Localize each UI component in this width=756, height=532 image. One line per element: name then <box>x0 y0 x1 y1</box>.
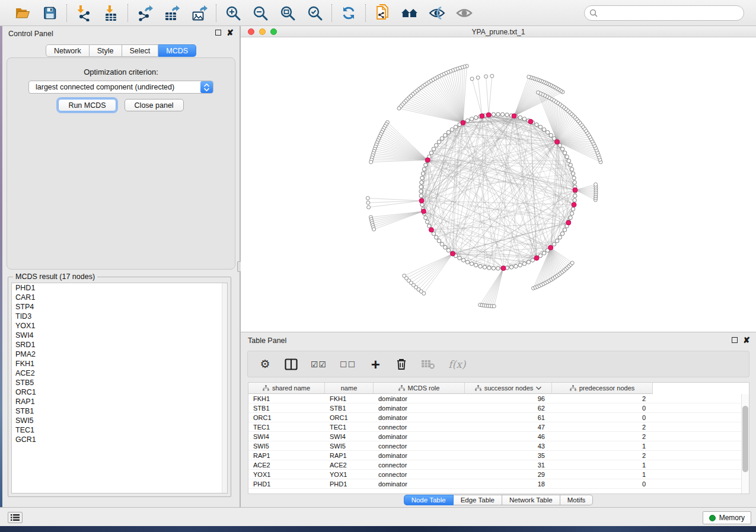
network-node[interactable] <box>546 130 549 134</box>
mcds-result-item[interactable]: PMA2 <box>12 350 227 359</box>
float-table-panel-icon[interactable] <box>732 337 738 343</box>
network-node[interactable] <box>563 151 566 155</box>
network-node[interactable] <box>432 232 435 235</box>
mcds-hub-node[interactable] <box>512 114 516 118</box>
network-node[interactable] <box>573 198 576 202</box>
network-node[interactable] <box>470 262 473 265</box>
network-node[interactable] <box>573 181 576 184</box>
select-all-columns-icon[interactable]: ☑☑ <box>311 358 327 370</box>
table-settings-gear-icon[interactable]: ⚙ <box>259 358 272 370</box>
network-leaf-node[interactable] <box>372 227 376 231</box>
table-row[interactable]: RAP1RAP1dominator352 <box>248 451 749 460</box>
network-node[interactable] <box>542 128 546 132</box>
network-node[interactable] <box>470 117 473 121</box>
create-column-icon[interactable]: + <box>369 358 382 370</box>
network-node[interactable] <box>435 235 438 239</box>
network-leaf-node[interactable] <box>536 91 540 94</box>
table-tab-network-table[interactable]: Network Table <box>502 495 560 505</box>
network-leaf-node[interactable] <box>594 182 598 186</box>
mcds-hub-node[interactable] <box>480 114 484 118</box>
search-field[interactable] <box>584 5 744 21</box>
mcds-hub-node[interactable] <box>566 220 571 225</box>
network-node[interactable] <box>567 159 570 162</box>
network-node[interactable] <box>571 207 575 211</box>
network-node[interactable] <box>514 264 518 268</box>
table-row[interactable]: STB1STB1dominator620 <box>248 403 749 413</box>
column-header-predecessor-nodes[interactable]: predecessor nodes <box>552 383 653 394</box>
network-node[interactable] <box>542 251 546 255</box>
network-node[interactable] <box>509 265 513 269</box>
network-node[interactable] <box>444 133 447 137</box>
network-node[interactable] <box>570 168 573 171</box>
mcds-result-item[interactable]: TEC1 <box>12 425 227 435</box>
mcds-result-list[interactable]: PHD1CAR1STP4TID3YOX1SWI4SRD1PMA2FKH1ACE2… <box>11 283 228 493</box>
network-node[interactable] <box>440 242 444 246</box>
network-node[interactable] <box>496 113 500 116</box>
close-table-panel-icon[interactable]: ✘ <box>743 337 750 343</box>
mcds-hub-node[interactable] <box>573 188 578 193</box>
network-node[interactable] <box>552 242 556 246</box>
network-leaf-node[interactable] <box>470 77 474 81</box>
network-leaf-node[interactable] <box>476 76 480 79</box>
network-leaf-node[interactable] <box>397 107 401 110</box>
run-mcds-button[interactable]: Run MCDS <box>58 99 116 111</box>
network-node[interactable] <box>437 239 441 242</box>
network-node[interactable] <box>428 224 431 227</box>
network-node[interactable] <box>555 239 559 242</box>
mcds-hub-node[interactable] <box>548 245 553 250</box>
close-panel-button[interactable]: Close panel <box>125 99 184 111</box>
table-tab-edge-table[interactable]: Edge Table <box>454 495 502 505</box>
tab-select[interactable]: Select <box>122 44 159 57</box>
mcds-hub-node[interactable] <box>528 119 533 124</box>
mcds-result-item[interactable]: STP4 <box>12 302 227 312</box>
network-node[interactable] <box>420 176 424 180</box>
zoom-selected-icon[interactable] <box>306 4 324 22</box>
network-node[interactable] <box>419 185 423 188</box>
mcds-hub-node[interactable] <box>425 158 430 162</box>
mcds-hub-node[interactable] <box>461 120 465 125</box>
mcds-hub-node[interactable] <box>555 139 560 144</box>
network-node[interactable] <box>444 245 447 249</box>
mcds-result-item[interactable]: SWI4 <box>12 331 227 340</box>
save-session-icon[interactable] <box>41 4 59 22</box>
network-leaf-node[interactable] <box>366 201 370 204</box>
refresh-icon[interactable] <box>340 4 358 22</box>
zoom-fit-icon[interactable] <box>279 4 296 22</box>
network-node[interactable] <box>483 265 486 269</box>
network-node[interactable] <box>424 163 428 166</box>
network-view-canvas[interactable] <box>241 37 756 332</box>
network-node[interactable] <box>446 248 450 252</box>
mcds-result-item[interactable]: ACE2 <box>12 368 227 378</box>
network-node[interactable] <box>465 118 469 122</box>
mcds-hub-node[interactable] <box>421 209 426 214</box>
network-node[interactable] <box>518 116 522 119</box>
table-row[interactable]: ORC1ORC1dominator610 <box>248 413 749 422</box>
mcds-result-item[interactable]: STB1 <box>12 406 227 416</box>
network-leaf-node[interactable] <box>422 291 426 295</box>
network-node[interactable] <box>492 113 495 116</box>
open-file-icon[interactable] <box>14 4 31 22</box>
delete-column-trash-icon[interactable] <box>395 358 408 370</box>
network-leaf-node[interactable] <box>369 161 373 164</box>
network-node[interactable] <box>465 260 469 264</box>
show-hidden-eye-icon[interactable] <box>455 4 473 22</box>
network-node[interactable] <box>422 168 426 171</box>
mcds-result-item[interactable]: RAP1 <box>12 397 227 406</box>
network-node[interactable] <box>500 113 504 116</box>
network-leaf-node[interactable] <box>570 261 574 265</box>
mcds-result-item[interactable]: PHD1 <box>12 283 227 293</box>
tab-style[interactable]: Style <box>90 44 122 57</box>
column-header-MCDS-role[interactable]: MCDS role <box>374 383 465 394</box>
network-node[interactable] <box>538 254 542 257</box>
export-table-icon[interactable] <box>163 4 181 22</box>
network-node[interactable] <box>522 262 526 265</box>
network-node[interactable] <box>572 176 576 180</box>
duplicate-network-icon[interactable] <box>374 4 391 22</box>
network-node[interactable] <box>421 172 425 175</box>
network-node[interactable] <box>535 123 538 126</box>
network-node[interactable] <box>420 203 424 206</box>
mcds-hub-node[interactable] <box>419 198 424 203</box>
mcds-hub-node[interactable] <box>572 203 576 207</box>
mcds-result-item[interactable]: ORC1 <box>12 387 227 397</box>
table-tab-motifs[interactable]: Motifs <box>560 495 594 505</box>
